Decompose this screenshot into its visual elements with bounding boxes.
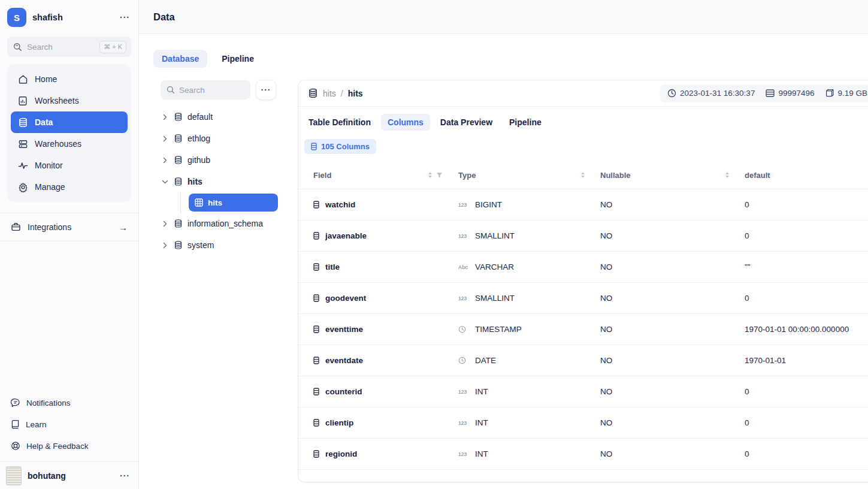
sidebar-item-notifications[interactable]: Notifications	[4, 392, 135, 413]
field-name: counterid	[325, 387, 362, 396]
nullable-value: NO	[600, 200, 745, 209]
default-value: 0	[745, 387, 868, 396]
column-icon	[311, 143, 317, 150]
column-icon	[313, 388, 319, 396]
user-row[interactable]: bohutang ···	[0, 461, 138, 489]
sidebar-item-data[interactable]: Data	[11, 111, 128, 133]
content-body: Search ··· default ethlog	[153, 80, 868, 489]
tab-pipeline[interactable]: Pipeline	[503, 114, 548, 131]
sort-icon[interactable]	[428, 172, 432, 178]
database-icon	[174, 134, 183, 143]
field-name: regionid	[325, 449, 357, 458]
field-name: javaenable	[325, 231, 367, 240]
sidebar-item-monitor[interactable]: Monitor	[11, 155, 128, 176]
table-row[interactable]: eventtime TIMESTAMP NO 1970-01-01 00:00:…	[298, 313, 868, 345]
table-row[interactable]: title AbcVARCHAR NO ""	[298, 251, 868, 282]
tree-search-input[interactable]: Search	[161, 80, 250, 99]
user-more-icon[interactable]: ···	[120, 472, 130, 480]
table-row[interactable]: eventdate DATE NO 1970-01-01	[298, 345, 868, 376]
tab-table-definition[interactable]: Table Definition	[302, 114, 377, 131]
database-icon	[174, 155, 183, 165]
nullable-value: NO	[600, 387, 745, 396]
integrations-icon	[11, 222, 21, 232]
type-name: SMALLINT	[475, 231, 515, 240]
meta-updated-value: 2023-01-31 16:30:37	[680, 89, 755, 98]
tab-pipeline[interactable]: Pipeline	[213, 50, 262, 68]
org-more-icon[interactable]: ···	[120, 13, 130, 22]
type-name: INT	[475, 418, 488, 427]
meta-rows-value: 99997496	[778, 89, 814, 98]
tree-node-information-schema[interactable]: information_schema	[153, 213, 288, 234]
tree-node-label: information_schema	[187, 219, 263, 228]
tree-node-hits-table-selected[interactable]: hits	[189, 194, 278, 212]
default-value: 0	[745, 231, 868, 240]
search-shortcut: ⌘ + K	[99, 41, 126, 53]
tree-node-github[interactable]: github	[153, 149, 288, 171]
learn-icon	[11, 419, 20, 429]
chevron-right-icon	[161, 221, 169, 227]
sort-icon[interactable]	[581, 172, 585, 178]
tree-node-label: github	[187, 155, 210, 165]
filter-icon[interactable]	[436, 172, 443, 179]
meta-size-value: 9.19 GB	[837, 89, 867, 98]
grid-footer-spacer	[298, 469, 868, 478]
table-meta: 2023-01-31 16:30:37 99997496 9.19 GB	[660, 84, 868, 103]
field-name: title	[325, 262, 340, 271]
nullable-value: NO	[600, 449, 745, 458]
breadcrumb-database[interactable]: hits	[323, 89, 336, 98]
database-icon	[174, 219, 183, 228]
default-value: 1970-01-01 00:00:00.000000	[745, 325, 868, 334]
tab-database[interactable]: Database	[153, 50, 207, 68]
database-icon	[174, 177, 183, 186]
columns-badge-row: 105 Columns	[298, 131, 868, 154]
sidebar-item-worksheets[interactable]: Worksheets	[11, 90, 128, 111]
type-name: VARCHAR	[475, 262, 514, 271]
sidebar-item-label: Monitor	[35, 161, 63, 170]
table-row[interactable]: counterid 123INT NO 0	[298, 376, 868, 407]
sidebar-item-warehouses[interactable]: Warehouses	[11, 133, 128, 155]
global-search-input[interactable]: Search ⌘ + K	[7, 37, 131, 57]
tree-node-system[interactable]: system	[153, 234, 288, 256]
sidebar-item-label: Warehouses	[35, 139, 81, 149]
tab-columns[interactable]: Columns	[381, 114, 430, 131]
default-value: 0	[745, 418, 868, 427]
tree-more-button[interactable]: ···	[256, 80, 276, 100]
tree-indent-guide	[180, 192, 181, 213]
header-label: default	[745, 171, 770, 180]
nullable-value: NO	[600, 294, 745, 303]
table-row[interactable]: javaenable 123SMALLINT NO 0	[298, 220, 868, 251]
string-type-icon: Abc	[458, 264, 470, 270]
numeric-type-icon: 123	[458, 451, 470, 457]
user-avatar	[6, 466, 22, 485]
tab-data-preview[interactable]: Data Preview	[434, 114, 499, 131]
sidebar-item-integrations[interactable]: Integrations →	[0, 213, 138, 241]
field-name: goodevent	[325, 294, 366, 303]
header-nullable: Nullable	[600, 171, 745, 180]
database-tree: Search ··· default ethlog	[153, 80, 288, 256]
sort-icon[interactable]	[725, 172, 729, 178]
database-icon	[174, 112, 183, 122]
sidebar-item-home[interactable]: Home	[11, 68, 128, 90]
meta-updated: 2023-01-31 16:30:37	[667, 89, 755, 98]
sidebar-item-help-feedback[interactable]: Help & Feedback	[4, 435, 135, 457]
table-row[interactable]: regionid 123INT NO 0	[298, 438, 868, 469]
numeric-type-icon: 123	[458, 295, 470, 301]
sidebar-item-learn[interactable]: Learn	[4, 413, 135, 435]
org-row[interactable]: S shafish ···	[0, 0, 138, 33]
main-area: Data Database Pipeline Search ···	[139, 0, 868, 489]
tree-node-label: hits	[208, 198, 222, 207]
tree-list: default ethlog github	[153, 106, 288, 256]
table-row[interactable]: watchid 123BIGINT NO 0	[298, 189, 868, 220]
table-row[interactable]: clientip 123INT NO 0	[298, 407, 868, 438]
home-icon	[17, 74, 28, 84]
type-name: DATE	[475, 356, 496, 365]
tree-node-ethlog[interactable]: ethlog	[153, 128, 288, 149]
nullable-value: NO	[600, 262, 745, 271]
tree-node-hits[interactable]: hits	[153, 171, 288, 192]
grid-header: Field Type Nullable	[298, 161, 868, 189]
table-row[interactable]: goodevent 123SMALLINT NO 0	[298, 282, 868, 313]
sidebar-item-manage[interactable]: Manage	[11, 176, 128, 198]
tree-node-default[interactable]: default	[153, 106, 288, 128]
tree-search-placeholder: Search	[179, 86, 205, 95]
datetime-type-icon	[458, 357, 470, 364]
